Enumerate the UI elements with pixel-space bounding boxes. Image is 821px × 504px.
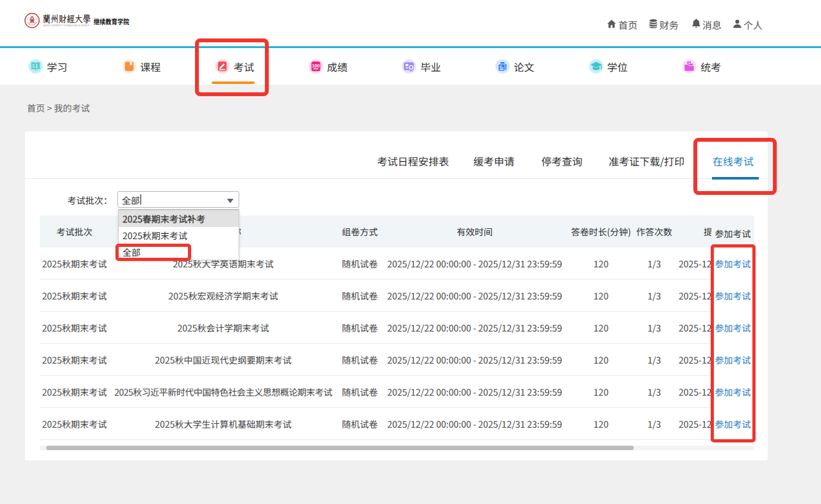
- svg-text:100: 100: [312, 63, 319, 69]
